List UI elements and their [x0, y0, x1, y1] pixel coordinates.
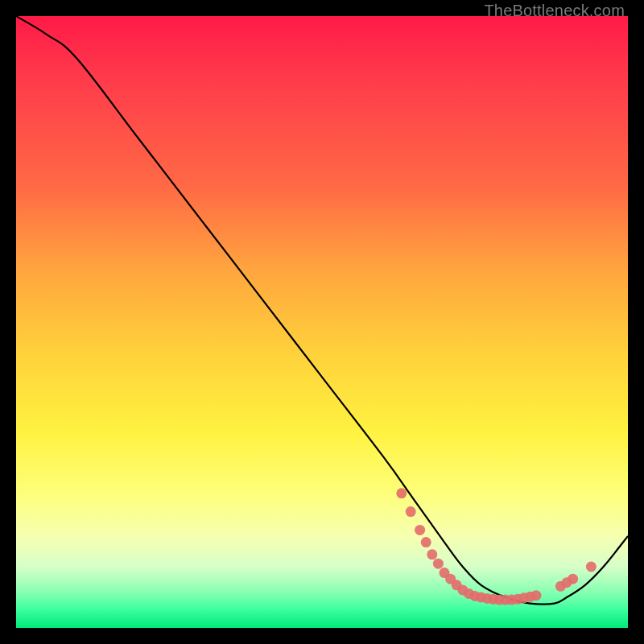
- bottleneck-curve: [16, 16, 628, 605]
- data-marker: [396, 488, 407, 498]
- data-marker: [568, 574, 578, 584]
- data-marker: [421, 537, 431, 547]
- data-marker: [586, 562, 597, 572]
- chart-svg: [16, 16, 628, 628]
- data-markers: [396, 488, 597, 605]
- data-marker: [415, 525, 425, 535]
- chart-frame: TheBottleneck.com: [16, 16, 628, 628]
- data-marker: [433, 559, 444, 569]
- data-marker: [427, 549, 437, 559]
- data-marker: [531, 590, 542, 601]
- data-marker: [406, 506, 416, 517]
